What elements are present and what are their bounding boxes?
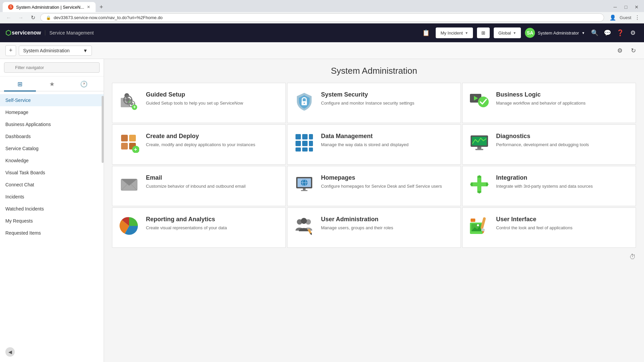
sidebar-collapse-btn[interactable]: ◀ (5, 347, 15, 357)
timer-icon[interactable]: ⏱ (629, 253, 636, 261)
incident-dropdown-arrow: ▼ (465, 31, 468, 35)
add-module-btn[interactable]: + (5, 45, 16, 56)
clipboard-icon[interactable]: 📋 (420, 27, 432, 39)
refresh-btn[interactable]: ↻ (28, 13, 38, 22)
back-btn[interactable]: ← (4, 13, 13, 22)
integration-icon (469, 174, 489, 194)
sidebar-item-requested-items[interactable]: Requested Items (0, 227, 104, 239)
email-desc: Customize behavior of inbound and outbou… (146, 183, 279, 189)
sidebar-item-business-apps[interactable]: Business Applications (0, 118, 104, 130)
sidebar-item-incidents[interactable]: Incidents (0, 191, 104, 203)
guided-setup-title: Guided Setup (146, 91, 279, 98)
sidebar-tab-history[interactable]: 🕐 (68, 78, 100, 92)
global-label: Global (498, 31, 511, 36)
servicenow-logo: ⬡ servicenow (5, 29, 41, 37)
card-diagnostics[interactable]: Diagnostics Performance, development and… (462, 124, 636, 165)
homepages-text: Homepages Configure homepages for Servic… (321, 174, 454, 189)
business-logic-desc: Manage workflow and behavior of applicat… (496, 100, 629, 106)
sidebar-nav: Self-Service Homepage Business Applicati… (0, 92, 104, 362)
data-management-text: Data Management Manage the way data is s… (321, 133, 454, 148)
maximize-btn[interactable]: □ (621, 2, 631, 12)
filter-navigator-input[interactable] (4, 62, 100, 73)
sidebar: ☰ ⊞ ★ 🕐 Self-Service Homepage Business A… (0, 59, 104, 362)
user-name-label: System Administrator (538, 31, 579, 36)
connect-icon[interactable]: 💬 (602, 27, 613, 39)
sidebar-tab-favorites[interactable]: ★ (36, 78, 68, 92)
card-data-management[interactable]: Data Management Manage the way data is s… (287, 124, 461, 165)
sidebar-item-connect-chat[interactable]: Connect Chat (0, 179, 104, 191)
tab-favicon: S (8, 4, 13, 10)
svg-rect-33 (296, 141, 301, 146)
content-area: System Administration (104, 59, 644, 362)
homepages-icon (294, 174, 314, 194)
card-user-admin[interactable]: User Administration Manage users, groups… (287, 207, 461, 248)
card-homepages[interactable]: Homepages Configure homepages for Servic… (287, 166, 461, 206)
guided-setup-icon: + (119, 91, 139, 111)
settings-gear-icon[interactable]: ⚙ (627, 27, 639, 39)
minimize-btn[interactable]: ─ (610, 2, 620, 12)
homepages-title: Homepages (321, 174, 454, 181)
card-reporting[interactable]: Reporting and Analytics Create visual re… (112, 207, 286, 248)
diagnostics-text: Diagnostics Performance, development and… (496, 133, 629, 148)
homepages-desc: Configure homepages for Service Desk and… (321, 183, 454, 189)
create-deploy-desc: Create, modify and deploy applications t… (146, 142, 279, 148)
logo-icon: ⬡ (5, 29, 11, 37)
address-bar[interactable]: 🔒 dev33673.service-now.com/nav_to.do?uri… (40, 13, 604, 22)
profile-icon[interactable]: 👤 (609, 14, 616, 21)
svg-rect-24 (121, 135, 128, 141)
browser-controls: ← → ↻ 🔒 dev33673.service-now.com/nav_to.… (0, 12, 644, 23)
top-nav: ⬡ servicenow Service Management 📋 My Inc… (0, 23, 644, 42)
layout-icon-btn[interactable]: ⊞ (477, 27, 490, 38)
sidebar-item-knowledge[interactable]: Knowledge (0, 155, 104, 167)
card-email[interactable]: Email Customize behavior of inbound and … (112, 166, 286, 206)
card-guided-setup[interactable]: + Guided Setup Guided Setup tools to hel… (112, 83, 286, 123)
user-admin-icon (294, 216, 314, 236)
cards-grid: + Guided Setup Guided Setup tools to hel… (112, 83, 636, 248)
app-selector-dropdown[interactable]: System Administration ▼ (19, 46, 92, 56)
card-integration[interactable]: Integration Integrate with 3rd-party sys… (462, 166, 636, 206)
reporting-icon (119, 216, 139, 236)
app-selector-arrow: ▼ (83, 48, 88, 53)
global-dropdown-btn[interactable]: Global ▼ (494, 27, 521, 38)
new-tab-btn[interactable]: + (97, 4, 106, 11)
svg-rect-30 (296, 134, 301, 139)
sidebar-item-service-catalog[interactable]: Service Catalog (0, 142, 104, 155)
user-interface-title: User Interface (496, 216, 629, 223)
sidebar-item-visual-task-boards[interactable]: Visual Task Boards (0, 167, 104, 179)
sidebar-item-my-requests[interactable]: My Requests (0, 215, 104, 227)
data-management-icon (294, 133, 314, 153)
sidebar-item-dashboards[interactable]: Dashboards (0, 130, 104, 142)
card-business-logic[interactable]: Business Logic Manage workflow and behav… (462, 83, 636, 123)
search-icon[interactable]: 🔍 (589, 27, 600, 39)
second-nav-right: ⚙ ↻ (614, 45, 639, 56)
incident-label: My Incident (440, 31, 463, 36)
sidebar-item-watched-incidents[interactable]: Watched Incidents (0, 203, 104, 215)
sidebar-item-homepage[interactable]: Homepage (0, 106, 104, 118)
second-nav-settings-icon[interactable]: ⚙ (614, 45, 625, 56)
svg-rect-42 (475, 149, 483, 150)
svg-rect-75 (471, 219, 475, 222)
tab-close-btn[interactable]: ✕ (87, 5, 90, 9)
business-logic-text: Business Logic Manage workflow and behav… (496, 91, 629, 106)
card-user-interface[interactable]: User Interface Control the look and feel… (462, 207, 636, 248)
close-btn[interactable]: ✕ (632, 2, 641, 12)
integration-text: Integration Integrate with 3rd-party sys… (496, 174, 629, 189)
forward-btn[interactable]: → (16, 13, 25, 22)
svg-point-20 (304, 103, 305, 104)
sidebar-item-self-service[interactable]: Self-Service (0, 94, 104, 106)
active-tab[interactable]: S System Administration | ServiceN... ✕ (3, 2, 96, 12)
user-menu-btn[interactable]: SA System Administrator ▼ (525, 28, 585, 38)
card-system-security[interactable]: System Security Configure and monitor In… (287, 83, 461, 123)
browser-menu-icon[interactable]: ⋮ (635, 14, 640, 21)
card-create-deploy[interactable]: + Create and Deploy Create, modify and d… (112, 124, 286, 165)
help-icon[interactable]: ❓ (614, 27, 626, 39)
reporting-desc: Create visual representations of your da… (146, 225, 279, 231)
incident-dropdown-btn[interactable]: My Incident ▼ (436, 27, 473, 38)
sidebar-tab-modules[interactable]: ⊞ (4, 78, 36, 92)
svg-point-12 (130, 103, 133, 105)
diagnostics-icon (469, 133, 489, 153)
guest-label: Guest (620, 15, 631, 20)
page-title: System Administration (112, 66, 636, 76)
second-nav-refresh-icon[interactable]: ↻ (628, 45, 639, 56)
address-lock-icon: 🔒 (46, 15, 51, 20)
